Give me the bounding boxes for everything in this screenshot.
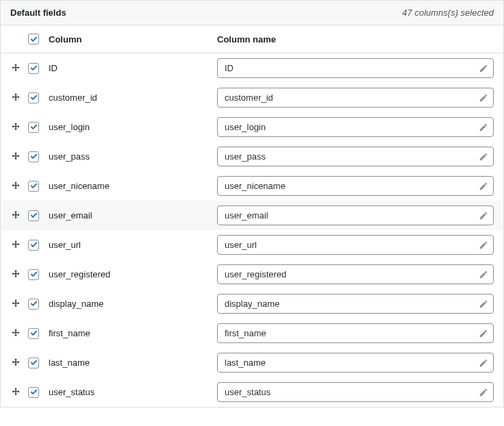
row-checkbox[interactable] <box>28 240 39 251</box>
row-checkbox[interactable] <box>28 92 39 103</box>
drag-handle-cell <box>10 269 28 280</box>
pencil-icon[interactable] <box>479 64 488 73</box>
column-name-input[interactable] <box>217 147 494 166</box>
column-label: user_email <box>46 210 217 221</box>
default-fields-panel: Default fields 47 columns(s) selected Co… <box>0 0 504 408</box>
drag-handle-cell <box>10 122 28 133</box>
input-wrap <box>217 353 494 373</box>
pencil-icon[interactable] <box>479 329 488 338</box>
table-row: user_registered <box>1 260 503 289</box>
column-label: user_status <box>46 387 217 397</box>
table-row: user_nicename <box>1 171 503 201</box>
drag-handle-cell <box>10 210 28 221</box>
checkbox-cell <box>28 269 46 280</box>
move-icon[interactable] <box>10 181 21 192</box>
table-row: first_name <box>1 318 503 348</box>
column-name-input[interactable] <box>217 205 494 225</box>
column-name-cell <box>217 176 494 196</box>
column-label: user_registered <box>46 269 217 279</box>
checkbox-cell <box>28 181 46 192</box>
column-name-cell <box>217 147 494 166</box>
move-icon[interactable] <box>10 240 21 251</box>
drag-handle-cell <box>10 151 28 162</box>
input-wrap <box>217 176 494 196</box>
column-name-input[interactable] <box>217 58 494 78</box>
row-checkbox[interactable] <box>28 122 39 133</box>
pencil-icon[interactable] <box>479 358 488 368</box>
row-checkbox[interactable] <box>28 181 39 192</box>
column-name-cell <box>217 382 494 402</box>
column-name-cell <box>217 88 494 108</box>
column-name-input[interactable] <box>217 294 494 314</box>
checkbox-cell <box>28 358 46 368</box>
checkbox-cell <box>28 210 46 221</box>
move-icon[interactable] <box>10 122 21 133</box>
table-row: user_login <box>1 112 503 142</box>
row-checkbox[interactable] <box>28 358 39 368</box>
move-icon[interactable] <box>10 92 21 103</box>
pencil-icon[interactable] <box>479 299 488 309</box>
column-name-cell <box>217 205 494 225</box>
columns-selected-count: 47 columns(s) selected <box>402 8 494 18</box>
column-label: user_nicename <box>46 181 217 191</box>
move-icon[interactable] <box>10 328 21 339</box>
pencil-icon[interactable] <box>479 93 488 103</box>
row-checkbox[interactable] <box>28 210 39 221</box>
input-wrap <box>217 323 494 343</box>
pencil-icon[interactable] <box>479 270 488 279</box>
column-name-input[interactable] <box>217 264 494 284</box>
select-all-checkbox[interactable] <box>28 34 39 45</box>
column-label: user_url <box>46 240 217 250</box>
column-name-input[interactable] <box>217 382 494 402</box>
checkbox-cell <box>28 299 46 310</box>
column-name-input[interactable] <box>217 353 494 373</box>
column-label: user_pass <box>46 151 217 162</box>
table-row: user_pass <box>1 142 503 171</box>
move-icon[interactable] <box>10 358 21 368</box>
table-header-row: Column Column name <box>1 25 503 53</box>
drag-handle-cell <box>10 63 28 74</box>
checkbox-cell <box>28 122 46 133</box>
rows-container: IDcustomer_iduser_loginuser_passuser_nic… <box>1 53 503 407</box>
pencil-icon[interactable] <box>479 123 488 132</box>
column-name-input[interactable] <box>217 117 494 137</box>
column-label: ID <box>46 63 217 73</box>
pencil-icon[interactable] <box>479 152 488 162</box>
move-icon[interactable] <box>10 299 21 310</box>
row-checkbox[interactable] <box>28 63 39 74</box>
column-header-name: Column name <box>217 34 494 45</box>
column-name-input[interactable] <box>217 235 494 255</box>
input-wrap <box>217 117 494 137</box>
move-icon[interactable] <box>10 63 21 74</box>
column-label: user_login <box>46 122 217 132</box>
column-name-input[interactable] <box>217 323 494 343</box>
drag-handle-cell <box>10 358 28 368</box>
row-checkbox[interactable] <box>28 151 39 162</box>
move-icon[interactable] <box>10 269 21 280</box>
pencil-icon[interactable] <box>479 181 488 191</box>
row-checkbox[interactable] <box>28 387 39 398</box>
panel-header: Default fields 47 columns(s) selected <box>1 1 503 25</box>
row-checkbox[interactable] <box>28 269 39 280</box>
move-icon[interactable] <box>10 210 21 221</box>
row-checkbox[interactable] <box>28 299 39 310</box>
row-checkbox[interactable] <box>28 328 39 339</box>
pencil-icon[interactable] <box>479 211 488 221</box>
input-wrap <box>217 294 494 314</box>
pencil-icon[interactable] <box>479 240 488 250</box>
input-wrap <box>217 147 494 166</box>
checkbox-cell <box>28 387 46 398</box>
drag-handle-cell <box>10 387 28 398</box>
column-name-input[interactable] <box>217 88 494 108</box>
drag-handle-cell <box>10 181 28 192</box>
input-wrap <box>217 205 494 225</box>
column-name-cell <box>217 264 494 284</box>
pencil-icon[interactable] <box>479 388 488 397</box>
table-row: user_status <box>1 377 503 407</box>
move-icon[interactable] <box>10 387 21 398</box>
column-name-input[interactable] <box>217 176 494 196</box>
table-row: last_name <box>1 348 503 377</box>
table-row: user_email <box>1 201 503 230</box>
move-icon[interactable] <box>10 151 21 162</box>
input-wrap <box>217 382 494 402</box>
